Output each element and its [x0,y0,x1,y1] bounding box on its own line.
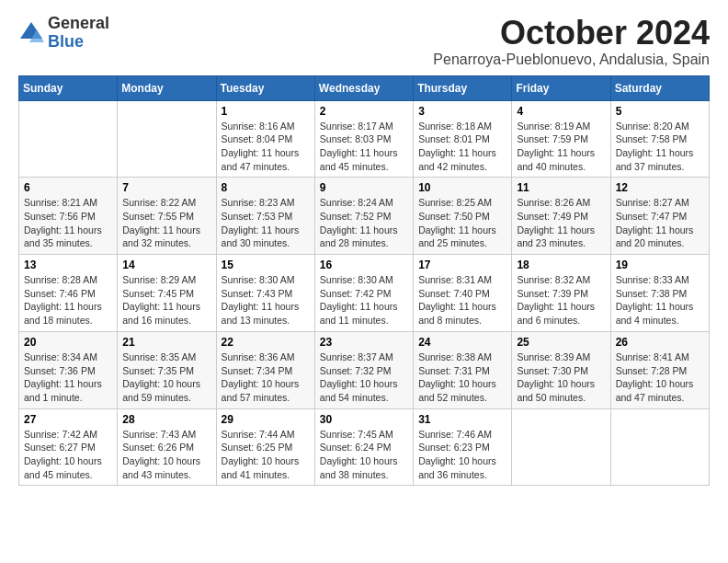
day-info: Sunrise: 8:19 AM Sunset: 7:59 PM Dayligh… [517,120,605,174]
header-cell-sunday: Sunday [19,75,118,100]
day-cell: 9Sunrise: 8:24 AM Sunset: 7:52 PM Daylig… [314,178,413,255]
day-cell: 30Sunrise: 7:45 AM Sunset: 6:24 PM Dayli… [314,408,413,486]
header-cell-saturday: Saturday [610,75,709,100]
day-info: Sunrise: 7:42 AM Sunset: 6:27 PM Dayligh… [24,428,112,482]
day-cell: 1Sunrise: 8:16 AM Sunset: 8:04 PM Daylig… [216,100,314,178]
logo: General Blue [18,15,109,52]
day-number: 25 [517,336,605,349]
day-cell: 21Sunrise: 8:35 AM Sunset: 7:35 PM Dayli… [118,331,216,408]
day-number: 8 [222,181,310,194]
day-cell: 29Sunrise: 7:44 AM Sunset: 6:25 PM Dayli… [216,408,314,486]
page-subtitle: Penarroya-Pueblonuevo, Andalusia, Spain [433,52,710,68]
calendar-header: SundayMondayTuesdayWednesdayThursdayFrid… [19,75,710,100]
day-cell: 25Sunrise: 8:39 AM Sunset: 7:30 PM Dayli… [512,331,610,408]
day-number: 7 [122,181,210,194]
day-number: 31 [418,413,506,426]
day-cell: 11Sunrise: 8:26 AM Sunset: 7:49 PM Dayli… [512,178,610,255]
day-info: Sunrise: 8:26 AM Sunset: 7:49 PM Dayligh… [517,196,605,250]
week-row-3: 13Sunrise: 8:28 AM Sunset: 7:46 PM Dayli… [19,255,710,332]
day-info: Sunrise: 8:32 AM Sunset: 7:39 PM Dayligh… [517,273,605,327]
day-cell: 16Sunrise: 8:30 AM Sunset: 7:42 PM Dayli… [314,255,413,332]
day-number: 20 [24,336,112,349]
day-cell: 3Sunrise: 8:18 AM Sunset: 8:01 PM Daylig… [414,100,512,178]
day-number: 17 [418,259,506,271]
day-info: Sunrise: 8:31 AM Sunset: 7:40 PM Dayligh… [418,273,506,327]
day-info: Sunrise: 8:30 AM Sunset: 7:43 PM Dayligh… [222,273,310,327]
day-number: 28 [122,413,210,426]
day-number: 29 [222,413,310,426]
day-number: 22 [222,336,310,349]
day-info: Sunrise: 7:44 AM Sunset: 6:25 PM Dayligh… [222,428,310,482]
day-cell: 27Sunrise: 7:42 AM Sunset: 6:27 PM Dayli… [19,408,118,486]
week-row-4: 20Sunrise: 8:34 AM Sunset: 7:36 PM Dayli… [19,331,710,408]
day-number: 10 [418,181,506,194]
day-cell: 31Sunrise: 7:46 AM Sunset: 6:23 PM Dayli… [414,408,512,486]
day-number: 23 [320,336,408,349]
day-info: Sunrise: 8:27 AM Sunset: 7:47 PM Dayligh… [616,196,704,250]
day-number: 30 [320,413,408,426]
day-info: Sunrise: 8:28 AM Sunset: 7:46 PM Dayligh… [24,273,112,327]
header-row: SundayMondayTuesdayWednesdayThursdayFrid… [19,75,710,100]
day-cell: 14Sunrise: 8:29 AM Sunset: 7:45 PM Dayli… [118,255,216,332]
day-info: Sunrise: 8:20 AM Sunset: 7:58 PM Dayligh… [616,120,704,174]
day-number: 24 [418,336,506,349]
day-number: 21 [122,336,210,349]
day-cell: 18Sunrise: 8:32 AM Sunset: 7:39 PM Dayli… [512,255,610,332]
day-cell: 28Sunrise: 7:43 AM Sunset: 6:26 PM Dayli… [118,408,216,486]
day-info: Sunrise: 8:39 AM Sunset: 7:30 PM Dayligh… [517,350,605,405]
day-info: Sunrise: 8:21 AM Sunset: 7:56 PM Dayligh… [24,196,112,250]
day-info: Sunrise: 7:45 AM Sunset: 6:24 PM Dayligh… [320,428,408,482]
day-cell: 12Sunrise: 8:27 AM Sunset: 7:47 PM Dayli… [610,178,709,255]
day-info: Sunrise: 7:43 AM Sunset: 6:26 PM Dayligh… [122,428,210,482]
calendar-body: 1Sunrise: 8:16 AM Sunset: 8:04 PM Daylig… [19,100,710,486]
day-cell: 6Sunrise: 8:21 AM Sunset: 7:56 PM Daylig… [19,178,118,255]
day-info: Sunrise: 8:30 AM Sunset: 7:42 PM Dayligh… [320,273,408,327]
day-cell: 10Sunrise: 8:25 AM Sunset: 7:50 PM Dayli… [414,178,512,255]
day-info: Sunrise: 8:41 AM Sunset: 7:28 PM Dayligh… [616,350,704,405]
header-cell-wednesday: Wednesday [314,75,413,100]
day-cell: 7Sunrise: 8:22 AM Sunset: 7:55 PM Daylig… [118,178,216,255]
logo-text: General Blue [48,15,109,52]
day-number: 11 [517,181,605,194]
day-cell [118,100,216,178]
day-info: Sunrise: 8:38 AM Sunset: 7:31 PM Dayligh… [418,350,506,405]
day-number: 15 [222,259,310,271]
day-info: Sunrise: 8:16 AM Sunset: 8:04 PM Dayligh… [222,120,310,174]
day-number: 3 [418,105,506,118]
page-title: October 2024 [433,15,710,52]
day-number: 26 [616,336,704,349]
day-cell: 23Sunrise: 8:37 AM Sunset: 7:32 PM Dayli… [314,331,413,408]
day-cell: 15Sunrise: 8:30 AM Sunset: 7:43 PM Dayli… [216,255,314,332]
day-cell: 8Sunrise: 8:23 AM Sunset: 7:53 PM Daylig… [216,178,314,255]
day-number: 5 [616,105,704,118]
header-cell-thursday: Thursday [414,75,512,100]
day-cell: 22Sunrise: 8:36 AM Sunset: 7:34 PM Dayli… [216,331,314,408]
day-info: Sunrise: 8:22 AM Sunset: 7:55 PM Dayligh… [122,196,210,250]
day-info: Sunrise: 8:17 AM Sunset: 8:03 PM Dayligh… [320,120,408,174]
day-cell: 13Sunrise: 8:28 AM Sunset: 7:46 PM Dayli… [19,255,118,332]
week-row-1: 1Sunrise: 8:16 AM Sunset: 8:04 PM Daylig… [19,100,710,178]
day-info: Sunrise: 8:24 AM Sunset: 7:52 PM Dayligh… [320,196,408,250]
day-info: Sunrise: 8:18 AM Sunset: 8:01 PM Dayligh… [418,120,506,174]
header-cell-tuesday: Tuesday [216,75,314,100]
day-info: Sunrise: 8:29 AM Sunset: 7:45 PM Dayligh… [122,273,210,327]
day-info: Sunrise: 8:23 AM Sunset: 7:53 PM Dayligh… [222,196,310,250]
day-info: Sunrise: 8:37 AM Sunset: 7:32 PM Dayligh… [320,350,408,405]
week-row-2: 6Sunrise: 8:21 AM Sunset: 7:56 PM Daylig… [19,178,710,255]
day-cell [19,100,118,178]
day-number: 27 [24,413,112,426]
day-cell: 19Sunrise: 8:33 AM Sunset: 7:38 PM Dayli… [610,255,709,332]
logo-general: General [48,15,109,33]
logo-blue: Blue [48,33,109,52]
day-info: Sunrise: 8:35 AM Sunset: 7:35 PM Dayligh… [122,350,210,405]
logo-icon [18,20,44,46]
week-row-5: 27Sunrise: 7:42 AM Sunset: 6:27 PM Dayli… [19,408,710,486]
day-cell: 5Sunrise: 8:20 AM Sunset: 7:58 PM Daylig… [610,100,709,178]
day-number: 2 [320,105,408,118]
day-number: 6 [24,181,112,194]
header-cell-friday: Friday [512,75,610,100]
day-number: 9 [320,181,408,194]
day-info: Sunrise: 8:25 AM Sunset: 7:50 PM Dayligh… [418,196,506,250]
day-number: 19 [616,259,704,271]
day-number: 12 [616,181,704,194]
